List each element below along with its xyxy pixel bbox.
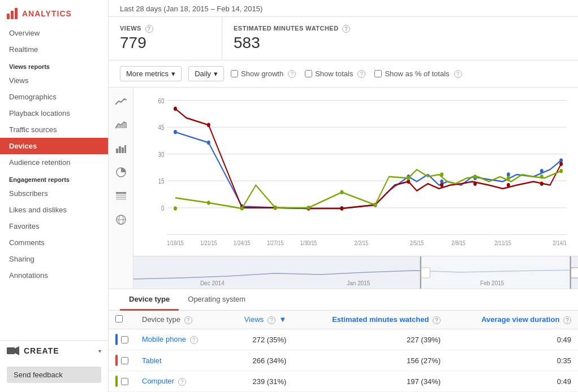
row-3-indicator bbox=[115, 376, 118, 387]
minutes-value: 583 bbox=[234, 34, 350, 52]
sidebar-item-realtime[interactable]: Realtime bbox=[0, 41, 108, 58]
send-feedback-button[interactable]: Send feedback bbox=[7, 367, 101, 383]
logo-area: ANALYTICS bbox=[0, 0, 108, 25]
daily-arrow-icon: ▾ bbox=[214, 69, 218, 78]
svg-point-62 bbox=[540, 175, 544, 179]
line-chart-svg: 60 45 30 15 0 bbox=[145, 93, 567, 256]
date-range: Last 28 days (Jan 18, 2015 – Feb 14, 201… bbox=[120, 5, 567, 16]
svg-point-50 bbox=[559, 162, 563, 167]
sidebar-item-overview[interactable]: Overview bbox=[0, 25, 108, 41]
chart-icon-sidebar bbox=[109, 88, 133, 289]
svg-point-51 bbox=[174, 206, 177, 211]
sidebar-item-audience-retention[interactable]: Audience retention bbox=[0, 154, 108, 171]
row-1-device-type[interactable]: Mobile phone ? bbox=[135, 329, 223, 350]
mobile-help-icon[interactable]: ? bbox=[190, 336, 198, 344]
th-device-type: Device type ? bbox=[135, 311, 223, 329]
device-type-help-icon[interactable]: ? bbox=[184, 316, 192, 324]
sidebar-item-demographics[interactable]: Demographics bbox=[0, 89, 108, 105]
svg-rect-77 bbox=[571, 268, 578, 278]
sidebar-item-traffic-sources[interactable]: Traffic sources bbox=[0, 121, 108, 138]
svg-point-56 bbox=[340, 190, 344, 195]
show-totals-help-icon[interactable]: ? bbox=[357, 70, 365, 78]
chart-main: 60 45 30 15 0 bbox=[133, 88, 578, 289]
row-2-checkbox[interactable] bbox=[121, 357, 128, 364]
svg-marker-1 bbox=[15, 346, 19, 355]
minutes-help-icon[interactable]: ? bbox=[342, 25, 350, 33]
chart-area: 60 45 30 15 0 bbox=[109, 88, 578, 289]
row-2-select-col bbox=[109, 350, 135, 371]
stats-row: VIEWS ? 779 ESTIMATED MINUTES WATCHED ? … bbox=[109, 17, 578, 60]
svg-point-43 bbox=[340, 206, 344, 211]
svg-rect-10 bbox=[116, 199, 126, 200]
minutes-stat: ESTIMATED MINUTES WATCHED ? 583 bbox=[222, 17, 361, 60]
svg-point-26 bbox=[207, 141, 210, 145]
area-chart-icon[interactable] bbox=[113, 117, 129, 133]
mini-chart[interactable]: Dec 2014 Jan 2015 Feb 2015 bbox=[133, 256, 578, 289]
avg-duration-help-icon[interactable]: ? bbox=[563, 316, 571, 324]
th-estimated-minutes: Estimated minutes watched ? bbox=[293, 311, 447, 329]
more-metrics-button[interactable]: More metrics ▾ bbox=[120, 66, 182, 81]
logo-bar-1 bbox=[7, 14, 10, 19]
table-row: Mobile phone ? 272 (35%) 227 (39%) 0:49 bbox=[109, 329, 578, 350]
svg-text:2/11/15: 2/11/15 bbox=[494, 239, 511, 246]
logo-text: ANALYTICS bbox=[22, 9, 72, 18]
svg-point-25 bbox=[174, 130, 177, 134]
sidebar-item-comments[interactable]: Comments bbox=[0, 234, 108, 251]
camera-icon bbox=[7, 346, 19, 355]
show-growth-help-icon[interactable]: ? bbox=[288, 70, 296, 78]
th-views[interactable]: Views ? ▼ bbox=[223, 311, 294, 329]
checkbox-group: Show growth ? Show totals ? Show as % of… bbox=[231, 69, 462, 78]
create-left: CREATE bbox=[7, 346, 59, 355]
svg-rect-5 bbox=[124, 145, 126, 153]
tab-operating-system[interactable]: Operating system bbox=[179, 289, 255, 311]
sidebar-item-devices[interactable]: Devices bbox=[0, 138, 108, 154]
show-as-pct-checkbox[interactable]: Show as % of totals ? bbox=[374, 69, 461, 78]
row-2-device-type[interactable]: Tablet bbox=[135, 350, 223, 371]
mini-chart-label-jan: Jan 2015 bbox=[347, 280, 370, 286]
table-area: Device type Operating system Device type… bbox=[109, 289, 578, 392]
table-chart-icon[interactable] bbox=[113, 188, 129, 204]
row-3-checkbox[interactable] bbox=[121, 378, 128, 385]
sidebar-nav: Overview Realtime Views reports Views De… bbox=[0, 25, 108, 340]
sidebar-item-sharing[interactable]: Sharing bbox=[0, 251, 108, 267]
views-help-icon[interactable]: ? bbox=[145, 25, 153, 33]
minutes-label: ESTIMATED MINUTES WATCHED ? bbox=[234, 25, 350, 33]
geo-chart-icon[interactable] bbox=[113, 212, 129, 228]
line-chart-icon[interactable] bbox=[113, 93, 129, 109]
show-totals-checkbox[interactable]: Show totals ? bbox=[305, 69, 365, 78]
show-pct-help-icon[interactable]: ? bbox=[454, 70, 462, 78]
row-1-views: 272 (35%) bbox=[223, 329, 294, 350]
data-table: Device type ? Views ? ▼ Estimated minute… bbox=[109, 311, 578, 392]
daily-button[interactable]: Daily ▾ bbox=[188, 66, 224, 81]
sidebar-item-likes-dislikes[interactable]: Likes and dislikes bbox=[0, 202, 108, 218]
svg-text:2/14/15: 2/14/15 bbox=[553, 239, 567, 246]
sidebar-item-favorites[interactable]: Favorites bbox=[0, 218, 108, 234]
logo-icon bbox=[7, 8, 18, 19]
row-3-device-type[interactable]: Computer ? bbox=[135, 371, 223, 392]
sidebar-item-playback-locations[interactable]: Playback locations bbox=[0, 105, 108, 121]
show-growth-checkbox[interactable]: Show growth ? bbox=[231, 69, 296, 78]
bar-chart-icon[interactable] bbox=[113, 141, 129, 156]
minutes-th-help-icon[interactable]: ? bbox=[433, 316, 441, 324]
svg-point-63 bbox=[559, 169, 563, 173]
views-sort-link[interactable]: Views ? ▼ bbox=[244, 315, 287, 324]
select-all-checkbox[interactable] bbox=[115, 315, 123, 323]
views-th-help-icon[interactable]: ? bbox=[268, 316, 275, 324]
pie-chart-icon[interactable] bbox=[113, 164, 129, 180]
sidebar-item-annotations[interactable]: Annotations bbox=[0, 267, 108, 284]
svg-text:60: 60 bbox=[158, 97, 164, 104]
svg-point-57 bbox=[373, 203, 377, 207]
chart-table-area: 60 45 30 15 0 bbox=[109, 88, 578, 392]
create-section[interactable]: CREATE ▾ bbox=[0, 340, 108, 361]
svg-rect-2 bbox=[116, 149, 118, 153]
svg-point-38 bbox=[174, 107, 177, 111]
svg-text:0: 0 bbox=[161, 204, 164, 212]
tab-device-type[interactable]: Device type bbox=[120, 289, 179, 311]
row-1-indicator bbox=[115, 334, 118, 345]
sidebar-item-subscribers[interactable]: Subscribers bbox=[0, 185, 108, 202]
video-camera-icon bbox=[7, 346, 19, 355]
computer-help-icon[interactable]: ? bbox=[178, 378, 186, 386]
row-1-checkbox[interactable] bbox=[121, 336, 128, 343]
sidebar-item-views[interactable]: Views bbox=[0, 72, 108, 89]
svg-point-55 bbox=[307, 206, 310, 210]
